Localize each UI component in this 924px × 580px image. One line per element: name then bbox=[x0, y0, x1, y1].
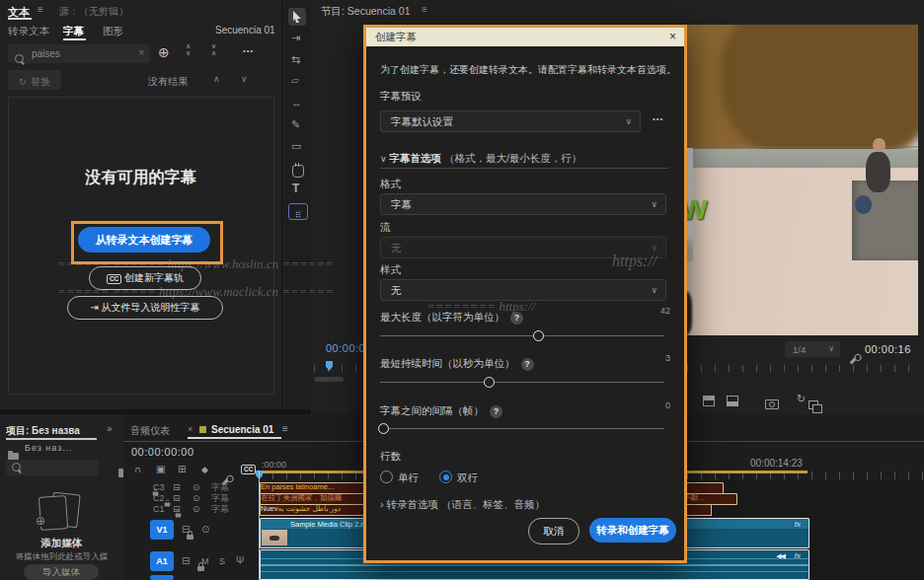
timeline-timecode[interactable]: 00:00:00:00 bbox=[131, 446, 194, 458]
transcribe-and-create-button[interactable]: 转录和创建字幕 bbox=[589, 518, 676, 543]
bin-name-label[interactable]: Без наз... bbox=[25, 443, 114, 453]
sync-lock-icon[interactable]: ⊟ bbox=[182, 556, 190, 566]
rectangle-tool[interactable]: ▭ bbox=[291, 140, 301, 153]
tab-transcript[interactable]: 转录文本 bbox=[8, 25, 49, 38]
help-icon[interactable]: ? bbox=[521, 358, 534, 371]
transcription-prefs-section-header[interactable]: › 转录首选项 （语言、标签、音频） bbox=[380, 498, 545, 512]
tab-sequence[interactable]: Secuencia 01 bbox=[211, 424, 273, 435]
project-search-input[interactable] bbox=[6, 460, 99, 475]
lock-icon[interactable] bbox=[176, 514, 182, 518]
program-menu-icon[interactable]: ≡ bbox=[422, 4, 427, 15]
voiceover-mic-icon[interactable]: Ψ bbox=[236, 556, 244, 566]
dialog-close-icon[interactable]: × bbox=[669, 30, 676, 43]
prev-result-icon[interactable]: ∧ bbox=[213, 74, 220, 84]
sync-lock-icon[interactable]: ⊟ bbox=[182, 525, 190, 535]
export-frame-icon[interactable] bbox=[765, 399, 779, 409]
sync-lock-icon[interactable]: ⊟ bbox=[173, 482, 181, 492]
slip-tool[interactable]: ↔ bbox=[291, 97, 302, 109]
track-output-eye-icon[interactable]: ⊙ bbox=[192, 482, 200, 492]
source-label[interactable]: 源：（无剪辑） bbox=[59, 5, 128, 19]
radio-single-line[interactable] bbox=[380, 471, 393, 483]
timeline-menu-icon[interactable]: ≡ bbox=[282, 423, 288, 434]
captions-tool[interactable]: ⠿ bbox=[288, 203, 308, 220]
max-length-slider[interactable] bbox=[380, 335, 664, 336]
tab-captions[interactable]: 字幕 bbox=[63, 25, 84, 38]
gap-slider[interactable] bbox=[380, 428, 664, 429]
lift-icon[interactable] bbox=[703, 396, 715, 406]
radio-single-line-label[interactable]: 单行 bbox=[398, 471, 419, 485]
track-a1-button[interactable]: A1 bbox=[150, 551, 174, 571]
lock-icon[interactable] bbox=[187, 535, 193, 540]
collapse-all-icon[interactable]: ∨∧ bbox=[211, 42, 216, 56]
chevron-down-icon: ∨ bbox=[651, 280, 657, 300]
project-panel-title[interactable]: 项目: Без назва bbox=[6, 424, 105, 438]
linked-selection-icon[interactable]: ⊞ bbox=[178, 464, 186, 474]
playback-resolution-select[interactable]: 1/4 ∨ bbox=[785, 341, 840, 357]
track-c2-label[interactable]: C2 bbox=[153, 493, 165, 503]
help-icon[interactable]: ? bbox=[510, 312, 523, 325]
snap-icon[interactable]: ∩ bbox=[134, 464, 141, 474]
min-duration-slider[interactable] bbox=[380, 382, 664, 383]
loop-icon[interactable]: ↻ bbox=[797, 393, 806, 405]
settings-wrench-icon[interactable] bbox=[850, 355, 860, 365]
dialog-titlebar[interactable]: 创建字幕 × bbox=[366, 28, 684, 46]
track-c1-label[interactable]: C1 bbox=[153, 504, 165, 514]
create-from-transcript-button[interactable]: 从转录文本创建字幕 bbox=[78, 227, 210, 253]
slider-knob[interactable] bbox=[533, 330, 544, 341]
lock-icon[interactable] bbox=[197, 566, 204, 571]
track-output-eye-icon[interactable]: ⊙ bbox=[201, 525, 209, 535]
help-icon[interactable]: ? bbox=[490, 405, 502, 418]
cancel-button[interactable]: 取消 bbox=[528, 518, 579, 544]
sync-lock-icon[interactable]: ⊟ bbox=[173, 493, 181, 503]
more-options-icon[interactable]: ••• bbox=[243, 46, 254, 55]
tab-audio-meters[interactable]: 音频仪表 bbox=[130, 424, 170, 438]
create-caption-track-button[interactable]: CC 创建新字幕轨 bbox=[89, 266, 201, 290]
import-captions-file-button[interactable]: ⇥ 从文件导入说明性字幕 bbox=[67, 296, 223, 320]
mute-button[interactable]: M bbox=[201, 556, 209, 566]
search-input[interactable]: paises × bbox=[8, 44, 150, 63]
track-c3-label[interactable]: C3 bbox=[153, 482, 165, 492]
sync-lock-icon[interactable]: ⊟ bbox=[173, 504, 181, 514]
captions-toggle-icon[interactable]: CC bbox=[241, 465, 256, 474]
track-select-tool[interactable]: ⇥ bbox=[291, 32, 300, 44]
razor-tool[interactable]: ▱ bbox=[291, 75, 299, 86]
search-clear-icon[interactable]: × bbox=[138, 47, 144, 58]
slider-knob[interactable] bbox=[378, 423, 389, 434]
caption-prefs-section-header[interactable]: ∨ 字幕首选项 （格式，最大/最小长度，行） bbox=[380, 152, 581, 166]
close-tab-icon[interactable]: × bbox=[188, 424, 192, 434]
preset-options-icon[interactable]: ••• bbox=[653, 114, 663, 123]
replace-button[interactable]: ↻ 替换 bbox=[8, 70, 61, 90]
selection-tool[interactable] bbox=[288, 8, 306, 26]
radio-double-line[interactable] bbox=[439, 471, 452, 483]
nested-sequence-icon[interactable]: ▣ bbox=[156, 464, 165, 474]
extract-icon[interactable] bbox=[727, 396, 738, 406]
track-a2-button-partial[interactable] bbox=[150, 575, 174, 580]
program-scrollbar[interactable] bbox=[314, 377, 344, 382]
ripple-edit-tool[interactable]: ⇆ bbox=[291, 53, 300, 66]
track-v1-button[interactable]: V1 bbox=[150, 520, 174, 540]
track-output-eye-icon[interactable]: ⊙ bbox=[192, 504, 200, 514]
add-caption-icon[interactable]: ⊕ bbox=[158, 44, 170, 60]
lock-icon[interactable] bbox=[165, 503, 171, 507]
track-output-eye-icon[interactable]: ⊙ bbox=[192, 493, 200, 503]
type-tool[interactable]: T bbox=[292, 181, 299, 195]
add-marker-icon[interactable]: ◆ bbox=[201, 465, 208, 474]
panel-overflow-icon[interactable]: » bbox=[107, 423, 113, 434]
panel-menu-icon[interactable]: ≡ bbox=[38, 4, 43, 15]
hand-tool[interactable] bbox=[292, 165, 304, 178]
format-select[interactable]: 字幕 ∨ bbox=[380, 193, 666, 215]
tab-graphics[interactable]: 图形 bbox=[103, 25, 123, 38]
next-result-icon[interactable]: ∨ bbox=[241, 74, 248, 84]
solo-button[interactable]: S bbox=[219, 556, 225, 566]
pen-tool[interactable]: ✎ bbox=[291, 118, 300, 131]
comparison-view-icon[interactable] bbox=[808, 400, 818, 409]
program-monitor-title[interactable]: 节目: Secuencia 01 bbox=[321, 5, 410, 19]
import-media-button[interactable]: 导入媒体 bbox=[24, 564, 99, 580]
radio-double-line-label[interactable]: 双行 bbox=[457, 471, 478, 485]
create-caption-track-label: 创建新字幕轨 bbox=[124, 272, 184, 283]
slider-knob[interactable] bbox=[484, 377, 495, 388]
expand-all-icon[interactable]: ∧∨ bbox=[186, 42, 191, 56]
caption-preset-select[interactable]: 字幕默认设置 ∨ bbox=[380, 110, 641, 132]
program-current-timecode[interactable]: 00:00:0 bbox=[326, 342, 365, 354]
style-select[interactable]: 无 ∨ bbox=[380, 279, 666, 301]
